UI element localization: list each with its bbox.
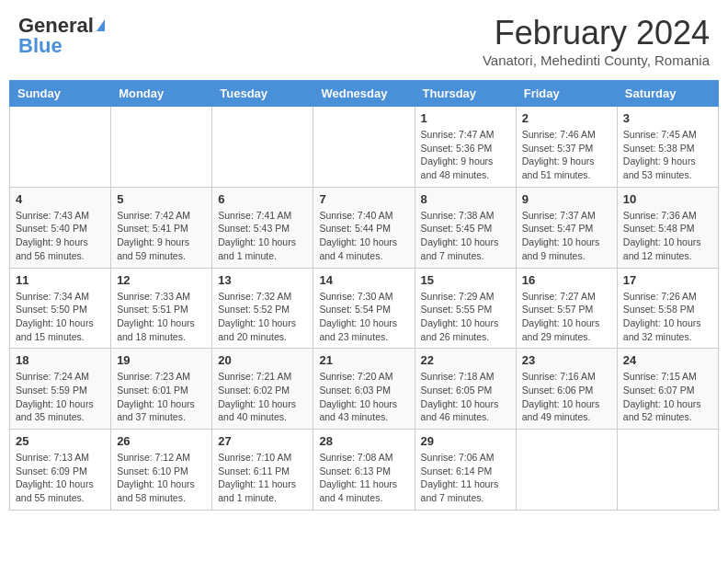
- logo-triangle-icon: [97, 19, 105, 31]
- cell-sun-info: Sunrise: 7:37 AM Sunset: 5:47 PM Dayligh…: [522, 209, 611, 263]
- table-row: 20Sunrise: 7:21 AM Sunset: 6:02 PM Dayli…: [212, 349, 313, 430]
- cell-date-number: 20: [218, 353, 307, 367]
- cell-date-number: 11: [16, 273, 105, 287]
- cell-date-number: 22: [421, 353, 510, 367]
- cell-sun-info: Sunrise: 7:34 AM Sunset: 5:50 PM Dayligh…: [16, 290, 105, 344]
- logo-blue-text: Blue: [18, 34, 63, 58]
- cell-sun-info: Sunrise: 7:45 AM Sunset: 5:38 PM Dayligh…: [623, 128, 712, 182]
- table-row: 11Sunrise: 7:34 AM Sunset: 5:50 PM Dayli…: [10, 268, 111, 349]
- table-row: [212, 107, 313, 188]
- cell-sun-info: Sunrise: 7:13 AM Sunset: 6:09 PM Dayligh…: [16, 451, 105, 505]
- table-row: 2Sunrise: 7:46 AM Sunset: 5:37 PM Daylig…: [516, 107, 617, 188]
- cell-date-number: 8: [421, 192, 510, 206]
- cell-date-number: 28: [319, 434, 408, 448]
- table-row: 3Sunrise: 7:45 AM Sunset: 5:38 PM Daylig…: [617, 107, 718, 188]
- cell-date-number: 15: [421, 273, 510, 287]
- table-row: 8Sunrise: 7:38 AM Sunset: 5:45 PM Daylig…: [415, 187, 516, 268]
- cell-date-number: 27: [218, 434, 307, 448]
- table-row: 14Sunrise: 7:30 AM Sunset: 5:54 PM Dayli…: [313, 268, 415, 349]
- table-row: 23Sunrise: 7:16 AM Sunset: 6:06 PM Dayli…: [516, 349, 617, 430]
- cell-date-number: 13: [218, 273, 307, 287]
- cell-sun-info: Sunrise: 7:06 AM Sunset: 6:14 PM Dayligh…: [421, 451, 510, 505]
- cell-sun-info: Sunrise: 7:46 AM Sunset: 5:37 PM Dayligh…: [522, 128, 611, 182]
- table-row: 28Sunrise: 7:08 AM Sunset: 6:13 PM Dayli…: [313, 430, 415, 511]
- table-row: 22Sunrise: 7:18 AM Sunset: 6:05 PM Dayli…: [415, 349, 516, 430]
- calendar-header-row: Sunday Monday Tuesday Wednesday Thursday…: [10, 81, 719, 107]
- cell-sun-info: Sunrise: 7:08 AM Sunset: 6:13 PM Dayligh…: [319, 451, 408, 505]
- table-row: 16Sunrise: 7:27 AM Sunset: 5:57 PM Dayli…: [516, 268, 617, 349]
- header: General Blue February 2024 Vanatori, Meh…: [9, 9, 719, 73]
- cell-date-number: 25: [16, 434, 105, 448]
- calendar-table: Sunday Monday Tuesday Wednesday Thursday…: [9, 80, 719, 511]
- cell-sun-info: Sunrise: 7:27 AM Sunset: 5:57 PM Dayligh…: [522, 290, 611, 344]
- table-row: 25Sunrise: 7:13 AM Sunset: 6:09 PM Dayli…: [10, 430, 111, 511]
- cell-sun-info: Sunrise: 7:33 AM Sunset: 5:51 PM Dayligh…: [117, 290, 206, 344]
- cell-sun-info: Sunrise: 7:18 AM Sunset: 6:05 PM Dayligh…: [421, 370, 510, 424]
- table-row: 4Sunrise: 7:43 AM Sunset: 5:40 PM Daylig…: [10, 187, 111, 268]
- cell-date-number: 17: [623, 273, 712, 287]
- table-row: [10, 107, 111, 188]
- calendar-week-row: 1Sunrise: 7:47 AM Sunset: 5:36 PM Daylig…: [10, 107, 719, 188]
- cell-sun-info: Sunrise: 7:15 AM Sunset: 6:07 PM Dayligh…: [623, 370, 712, 424]
- cell-sun-info: Sunrise: 7:20 AM Sunset: 6:03 PM Dayligh…: [319, 370, 408, 424]
- cell-date-number: 29: [421, 434, 510, 448]
- table-row: 5Sunrise: 7:42 AM Sunset: 5:41 PM Daylig…: [111, 187, 212, 268]
- col-wednesday: Wednesday: [313, 81, 415, 107]
- month-title: February 2024: [483, 14, 710, 52]
- table-row: 12Sunrise: 7:33 AM Sunset: 5:51 PM Dayli…: [111, 268, 212, 349]
- col-monday: Monday: [111, 81, 212, 107]
- cell-sun-info: Sunrise: 7:32 AM Sunset: 5:52 PM Dayligh…: [218, 290, 307, 344]
- cell-date-number: 12: [117, 273, 206, 287]
- cell-date-number: 4: [16, 192, 105, 206]
- cell-date-number: 5: [117, 192, 206, 206]
- cell-date-number: 6: [218, 192, 307, 206]
- cell-date-number: 24: [623, 353, 712, 367]
- cell-date-number: 1: [421, 111, 510, 125]
- cell-date-number: 14: [319, 273, 408, 287]
- table-row: 19Sunrise: 7:23 AM Sunset: 6:01 PM Dayli…: [111, 349, 212, 430]
- table-row: [516, 430, 617, 511]
- col-tuesday: Tuesday: [212, 81, 313, 107]
- cell-sun-info: Sunrise: 7:47 AM Sunset: 5:36 PM Dayligh…: [421, 128, 510, 182]
- table-row: [617, 430, 718, 511]
- table-row: 7Sunrise: 7:40 AM Sunset: 5:44 PM Daylig…: [313, 187, 415, 268]
- table-row: 18Sunrise: 7:24 AM Sunset: 5:59 PM Dayli…: [10, 349, 111, 430]
- table-row: [313, 107, 415, 188]
- table-row: 10Sunrise: 7:36 AM Sunset: 5:48 PM Dayli…: [617, 187, 718, 268]
- table-row: 26Sunrise: 7:12 AM Sunset: 6:10 PM Dayli…: [111, 430, 212, 511]
- cell-sun-info: Sunrise: 7:40 AM Sunset: 5:44 PM Dayligh…: [319, 209, 408, 263]
- calendar-week-row: 18Sunrise: 7:24 AM Sunset: 5:59 PM Dayli…: [10, 349, 719, 430]
- cell-date-number: 10: [623, 192, 712, 206]
- table-row: 9Sunrise: 7:37 AM Sunset: 5:47 PM Daylig…: [516, 187, 617, 268]
- cell-date-number: 7: [319, 192, 408, 206]
- cell-date-number: 26: [117, 434, 206, 448]
- cell-date-number: 16: [522, 273, 611, 287]
- cell-sun-info: Sunrise: 7:21 AM Sunset: 6:02 PM Dayligh…: [218, 370, 307, 424]
- table-row: 24Sunrise: 7:15 AM Sunset: 6:07 PM Dayli…: [617, 349, 718, 430]
- location-subtitle: Vanatori, Mehedinti County, Romania: [483, 52, 710, 68]
- table-row: 29Sunrise: 7:06 AM Sunset: 6:14 PM Dayli…: [415, 430, 516, 511]
- cell-sun-info: Sunrise: 7:30 AM Sunset: 5:54 PM Dayligh…: [319, 290, 408, 344]
- table-row: 27Sunrise: 7:10 AM Sunset: 6:11 PM Dayli…: [212, 430, 313, 511]
- calendar-week-row: 4Sunrise: 7:43 AM Sunset: 5:40 PM Daylig…: [10, 187, 719, 268]
- calendar-week-row: 11Sunrise: 7:34 AM Sunset: 5:50 PM Dayli…: [10, 268, 719, 349]
- cell-date-number: 21: [319, 353, 408, 367]
- cell-date-number: 19: [117, 353, 206, 367]
- cell-sun-info: Sunrise: 7:23 AM Sunset: 6:01 PM Dayligh…: [117, 370, 206, 424]
- table-row: 6Sunrise: 7:41 AM Sunset: 5:43 PM Daylig…: [212, 187, 313, 268]
- table-row: 17Sunrise: 7:26 AM Sunset: 5:58 PM Dayli…: [617, 268, 718, 349]
- cell-sun-info: Sunrise: 7:29 AM Sunset: 5:55 PM Dayligh…: [421, 290, 510, 344]
- cell-sun-info: Sunrise: 7:10 AM Sunset: 6:11 PM Dayligh…: [218, 451, 307, 505]
- cell-sun-info: Sunrise: 7:36 AM Sunset: 5:48 PM Dayligh…: [623, 209, 712, 263]
- table-row: 15Sunrise: 7:29 AM Sunset: 5:55 PM Dayli…: [415, 268, 516, 349]
- col-saturday: Saturday: [617, 81, 718, 107]
- cell-sun-info: Sunrise: 7:24 AM Sunset: 5:59 PM Dayligh…: [16, 370, 105, 424]
- cell-sun-info: Sunrise: 7:42 AM Sunset: 5:41 PM Dayligh…: [117, 209, 206, 263]
- col-sunday: Sunday: [10, 81, 111, 107]
- col-thursday: Thursday: [415, 81, 516, 107]
- cell-date-number: 9: [522, 192, 611, 206]
- cell-date-number: 3: [623, 111, 712, 125]
- table-row: 21Sunrise: 7:20 AM Sunset: 6:03 PM Dayli…: [313, 349, 415, 430]
- col-friday: Friday: [516, 81, 617, 107]
- cell-sun-info: Sunrise: 7:16 AM Sunset: 6:06 PM Dayligh…: [522, 370, 611, 424]
